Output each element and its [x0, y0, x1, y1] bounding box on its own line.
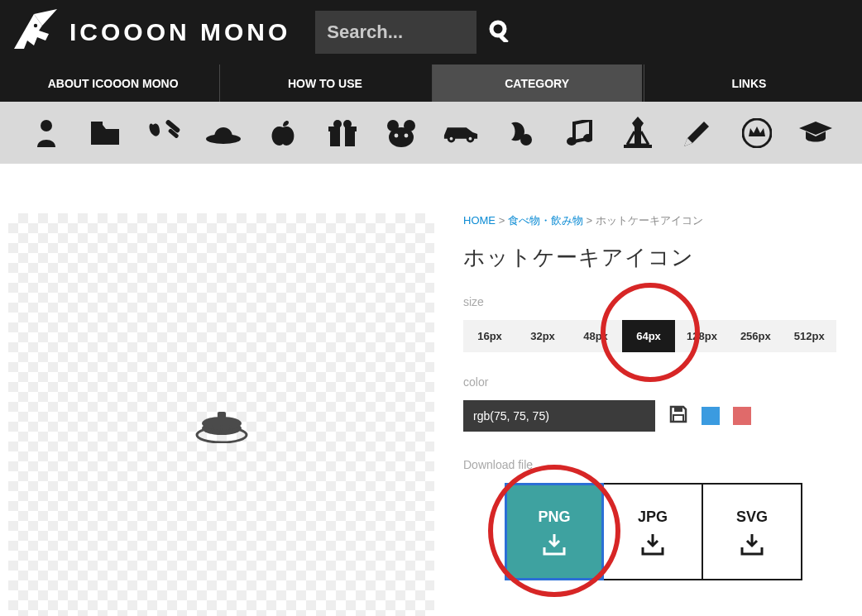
svg-rect-32: [674, 407, 682, 412]
svg-point-23: [567, 137, 577, 146]
color-selector: [463, 400, 854, 432]
download-icon: [543, 534, 566, 556]
breadcrumb-sep: >: [586, 214, 592, 227]
search-icon[interactable]: [488, 19, 511, 45]
main-nav: ABOUT ICOOON MONO HOW TO USE CATEGORY LI…: [0, 64, 862, 102]
health-icon[interactable]: [146, 115, 183, 151]
size-label: size: [463, 295, 854, 308]
svg-point-3: [41, 120, 52, 131]
page-title: ホットケーキアイコン: [463, 243, 854, 272]
color-label: color: [463, 375, 854, 389]
svg-rect-25: [635, 127, 641, 145]
download-label: Download file: [463, 458, 854, 471]
svg-point-22: [520, 134, 532, 146]
vehicle-icon[interactable]: [443, 115, 479, 151]
site-name: ICOOON MONO: [69, 18, 290, 46]
crown-icon[interactable]: [739, 115, 775, 151]
graduation-icon[interactable]: [797, 115, 834, 151]
breadcrumb-sep: >: [499, 214, 505, 227]
detail-panel: HOME > 食べ物・飲み物 > ホットケーキアイコン ホットケーキアイコン s…: [463, 213, 854, 616]
person-icon[interactable]: [28, 115, 65, 151]
pencil-icon[interactable]: [679, 115, 716, 151]
svg-rect-4: [91, 122, 103, 126]
swatch-blue[interactable]: [702, 407, 720, 425]
svg-point-21: [468, 136, 472, 140]
download-buttons: PNG JPG SVG: [505, 483, 854, 580]
swatch-red[interactable]: [733, 407, 751, 425]
sports-icon[interactable]: [501, 115, 538, 151]
svg-point-1: [491, 22, 505, 36]
category-icon-row: [0, 102, 862, 164]
nav-links[interactable]: LINKS: [644, 64, 854, 102]
svg-rect-31: [218, 412, 226, 418]
logo[interactable]: ICOOON MONO: [8, 7, 290, 58]
search-input[interactable]: [315, 11, 476, 54]
size-512px[interactable]: 512px: [783, 320, 836, 352]
download-jpg-label: JPG: [638, 509, 668, 526]
download-icon: [740, 534, 764, 556]
download-png-label: PNG: [538, 509, 570, 526]
svg-point-14: [387, 120, 399, 131]
search: [315, 11, 511, 54]
size-64px[interactable]: 64px: [622, 320, 675, 352]
download-icon: [641, 534, 664, 556]
svg-point-16: [395, 133, 399, 137]
hat-icon[interactable]: [205, 115, 242, 151]
svg-point-11: [333, 120, 342, 128]
building-icon[interactable]: [620, 115, 656, 151]
nav-about[interactable]: ABOUT ICOOON MONO: [8, 64, 218, 102]
svg-rect-26: [624, 145, 652, 148]
folder-icon[interactable]: [87, 115, 123, 151]
save-icon[interactable]: [668, 404, 688, 427]
svg-point-12: [343, 120, 352, 128]
size-48px[interactable]: 48px: [569, 320, 622, 352]
nav-category[interactable]: CATEGORY: [432, 64, 642, 102]
size-32px[interactable]: 32px: [516, 320, 569, 352]
animal-icon[interactable]: [383, 115, 419, 151]
color-input[interactable]: [463, 400, 655, 432]
apple-icon[interactable]: [265, 115, 301, 151]
download-svg[interactable]: SVG: [703, 483, 802, 580]
svg-point-0: [34, 24, 37, 27]
size-128px[interactable]: 128px: [675, 320, 729, 352]
download-svg-label: SVG: [736, 509, 768, 526]
nav-howto[interactable]: HOW TO USE: [219, 64, 429, 102]
size-selector: 16px 32px 48px 64px 128px 256px 512px: [463, 320, 854, 352]
svg-point-15: [404, 120, 415, 131]
svg-rect-10: [340, 127, 345, 146]
size-16px[interactable]: 16px: [463, 320, 516, 352]
breadcrumb-home[interactable]: HOME: [463, 214, 496, 227]
unicorn-logo-icon: [8, 7, 60, 58]
breadcrumb-category[interactable]: 食べ物・飲み物: [508, 214, 583, 227]
breadcrumb-current: ホットケーキアイコン: [596, 214, 703, 227]
download-png[interactable]: PNG: [505, 483, 604, 580]
icon-preview: [8, 213, 434, 616]
breadcrumb: HOME > 食べ物・飲み物 > ホットケーキアイコン: [463, 213, 854, 228]
pancake-icon: [195, 407, 248, 446]
svg-point-20: [449, 136, 453, 140]
site-header: ICOOON MONO: [0, 0, 862, 64]
main-content: HOME > 食べ物・飲み物 > ホットケーキアイコン ホットケーキアイコン s…: [0, 164, 862, 616]
download-jpg[interactable]: JPG: [604, 483, 703, 580]
svg-point-17: [405, 133, 409, 137]
size-256px[interactable]: 256px: [729, 320, 783, 352]
music-icon[interactable]: [561, 115, 597, 151]
gift-icon[interactable]: [324, 115, 361, 151]
